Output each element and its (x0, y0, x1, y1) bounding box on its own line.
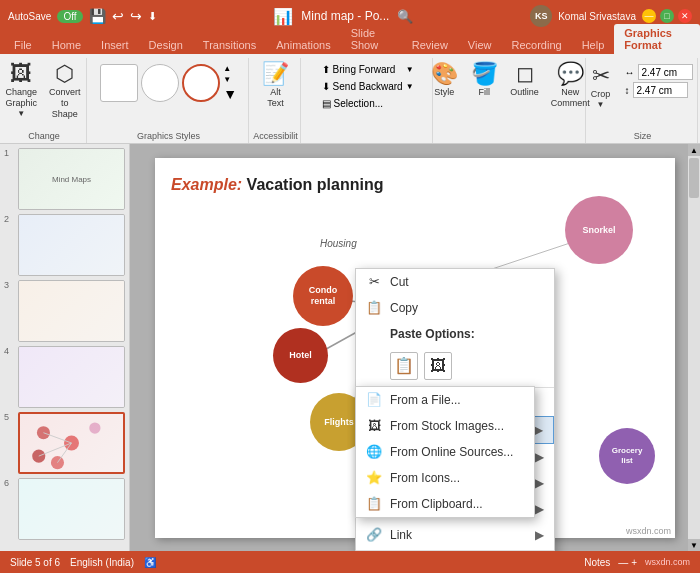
node-snorkel[interactable]: Snorkel (565, 196, 633, 264)
crop-button[interactable]: ✂ Crop ▼ (587, 62, 615, 112)
ribbon-alt-content: 📝 AltText (258, 60, 294, 129)
watermark-status: wsxdn.com (645, 557, 690, 567)
height-input[interactable] (633, 82, 688, 98)
slide-thumb-4[interactable]: 4 (4, 346, 125, 408)
slide-thumb-3[interactable]: 3 (4, 280, 125, 342)
selection-button[interactable]: ▤ Selection... (317, 96, 419, 111)
change-graphic-dropdown[interactable]: ▼ (17, 109, 25, 118)
slide-img-2[interactable] (18, 214, 125, 276)
slide-img-4[interactable] (18, 346, 125, 408)
submenu-from-clipboard[interactable]: 📋 From Clipboard... (356, 491, 534, 517)
slide-thumb-2[interactable]: 2 (4, 214, 125, 276)
submenu-from-stock[interactable]: 🖼 From Stock Images... (356, 413, 534, 439)
submenu-from-online[interactable]: 🌐 From Online Sources... (356, 439, 534, 465)
ribbon: 🖼 ChangeGraphic ▼ ⬡ Convertto Shape Chan… (0, 54, 700, 144)
minimize-button[interactable]: — (642, 9, 656, 23)
scroll-down[interactable]: ▼ (688, 539, 700, 551)
tab-graphics-format[interactable]: Graphics Format (614, 24, 700, 54)
style-box-2[interactable] (141, 64, 179, 102)
maximize-button[interactable]: □ (660, 9, 674, 23)
send-backward-button[interactable]: ⬇ Send Backward ▼ (317, 79, 419, 94)
bring-forward-arrow[interactable]: ▼ (406, 65, 414, 74)
node-hotel[interactable]: Hotel (273, 328, 328, 383)
width-input[interactable] (638, 64, 693, 80)
scrollbar-v[interactable]: ▲ ▼ (688, 144, 700, 551)
tab-insert[interactable]: Insert (91, 36, 139, 54)
arrange-content: ⬆ Bring Forward ▼ ⬇ Send Backward ▼ ▤ Se… (317, 60, 419, 111)
tab-recording[interactable]: Recording (502, 36, 572, 54)
paste-icon-1[interactable]: 📋 (390, 352, 418, 380)
bring-forward-button[interactable]: ⬆ Bring Forward ▼ (317, 62, 419, 77)
outline-button[interactable]: ◻ Outline (506, 60, 543, 101)
notes-button[interactable]: Notes (584, 557, 610, 568)
slide-img-1[interactable]: Mind Maps (18, 148, 125, 210)
tab-slideshow[interactable]: Slide Show (341, 24, 402, 54)
tab-view[interactable]: View (458, 36, 502, 54)
slide-img-3[interactable] (18, 280, 125, 342)
size-group-label: Size (634, 129, 652, 141)
size-inputs: ↔ ↕ (619, 62, 699, 102)
width-icon: ↔ (625, 67, 635, 78)
slide-thumb-6[interactable]: 6 (4, 478, 125, 540)
submenu-from-file[interactable]: 📄 From a File... (356, 387, 534, 413)
tab-file[interactable]: File (4, 36, 42, 54)
crop-dropdown[interactable]: ▼ (597, 100, 605, 109)
ctx-copy[interactable]: 📋 Copy (356, 295, 554, 321)
ctx-cut[interactable]: ✂ Cut (356, 269, 554, 295)
node-condo-label: Condorental (309, 285, 338, 307)
tab-design[interactable]: Design (139, 36, 193, 54)
search-icon[interactable]: 🔍 (397, 9, 413, 24)
change-graphic-button[interactable]: 🖼 ChangeGraphic ▼ (3, 60, 40, 121)
ctx-paste-row[interactable]: 📋 🖼 (356, 347, 554, 385)
ctx-paste-header-label: Paste Options: (390, 327, 475, 341)
slide-canvas[interactable]: Example: Vacation planning Housing Trave… (155, 158, 675, 538)
redo-icon[interactable]: ↪ (130, 8, 142, 24)
watermark: wsxdn.com (626, 526, 671, 536)
ctx-cut-label: Cut (390, 275, 409, 289)
ctx-divider-2 (356, 550, 554, 551)
slide-panel[interactable]: 1 Mind Maps 2 3 4 5 (0, 144, 130, 551)
ctx-link[interactable]: 🔗 Link ▶ (356, 522, 554, 548)
send-backward-arrow[interactable]: ▼ (406, 82, 414, 91)
autosave-toggle[interactable]: Off (57, 10, 82, 23)
statusbar: Slide 5 of 6 English (India) ♿ Notes — +… (0, 551, 700, 573)
convert-icon: ⬡ (55, 63, 74, 85)
close-button[interactable]: ✕ (678, 9, 692, 23)
zoom-controls[interactable]: — + (618, 557, 637, 568)
scroll-thumb[interactable] (689, 158, 699, 198)
styles-scroll[interactable]: ▲▼▼ (223, 64, 237, 102)
ribbon-styles-content: ▲▼▼ (96, 60, 241, 129)
tab-transitions[interactable]: Transitions (193, 36, 266, 54)
height-input-row: ↕ (625, 82, 693, 98)
more-icon[interactable]: ⬇ (148, 10, 157, 23)
tab-help[interactable]: Help (572, 36, 615, 54)
user-badge[interactable]: KS (530, 5, 552, 27)
save-icon[interactable]: 💾 (89, 8, 106, 24)
slide-img-5[interactable] (18, 412, 125, 474)
slide-img-6[interactable] (18, 478, 125, 540)
tab-animations[interactable]: Animations (266, 36, 340, 54)
convert-label: Convertto Shape (48, 87, 82, 119)
tab-home[interactable]: Home (42, 36, 91, 54)
fill-button[interactable]: 🪣 Fill (466, 60, 502, 101)
slide-thumb-1[interactable]: 1 Mind Maps (4, 148, 125, 210)
style-box-3[interactable] (182, 64, 220, 102)
tab-review[interactable]: Review (402, 36, 458, 54)
ctx-change-arrow: ▶ (534, 423, 543, 437)
node-grocery[interactable]: Grocerylist (599, 428, 655, 484)
scroll-up[interactable]: ▲ (688, 144, 700, 156)
undo-icon[interactable]: ↩ (112, 8, 124, 24)
from-stock-icon: 🖼 (366, 418, 382, 434)
style-box-1[interactable] (100, 64, 138, 102)
alt-text-button[interactable]: 📝 AltText (258, 60, 294, 112)
paste-icon-2[interactable]: 🖼 (424, 352, 452, 380)
svg-point-1 (37, 426, 50, 439)
node-condo[interactable]: Condorental (293, 266, 353, 326)
style-button[interactable]: 🎨 Style (426, 60, 462, 101)
ribbon-change-content: 🖼 ChangeGraphic ▼ ⬡ Convertto Shape (3, 60, 86, 129)
submenu-from-icons[interactable]: ⭐ From Icons... (356, 465, 534, 491)
slide-thumb-5[interactable]: 5 (4, 412, 125, 474)
housing-label: Housing (320, 238, 357, 249)
convert-to-shape-button[interactable]: ⬡ Convertto Shape (44, 60, 86, 122)
paste-header-icon (366, 326, 382, 342)
